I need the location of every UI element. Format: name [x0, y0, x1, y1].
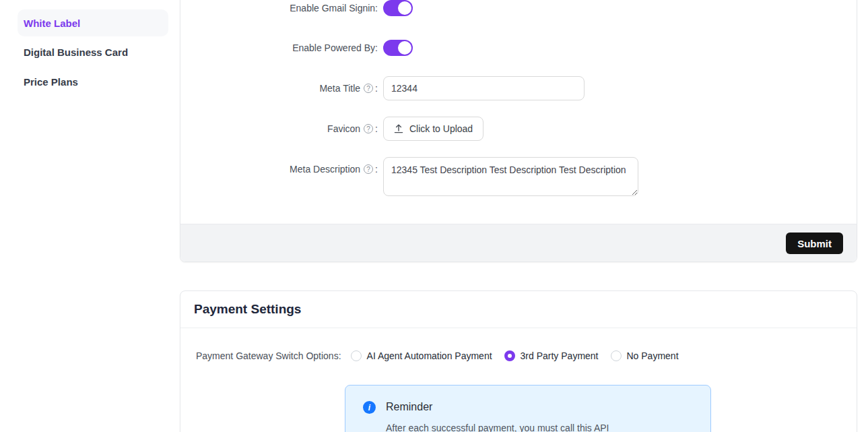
sidebar-item-label: Digital Business Card	[24, 47, 128, 58]
submit-button[interactable]: Submit	[786, 233, 843, 254]
enable-powered-by-toggle[interactable]	[383, 40, 413, 56]
meta-title-label: Meta Title ? :	[180, 83, 378, 94]
sidebar-item-price-plans[interactable]: Price Plans	[18, 68, 168, 95]
toggle-knob	[398, 41, 411, 55]
settings-sidebar: White Label Digital Business Card Price …	[0, 0, 175, 432]
label-colon: :	[375, 123, 378, 134]
meta-description-label: Meta Description ? :	[180, 157, 378, 181]
toggle-knob	[398, 1, 411, 15]
label-colon: :	[375, 83, 378, 94]
enable-powered-by-row: Enable Powered By:	[180, 40, 857, 56]
payment-settings-title: Payment Settings	[194, 302, 301, 317]
favicon-row: Favicon ? : Click to Upload	[180, 117, 857, 141]
enable-gmail-label: Enable Gmail Signin:	[180, 3, 378, 13]
sidebar-item-label: White Label	[24, 18, 80, 29]
meta-description-row: Meta Description ? : 12345 Test Descript…	[180, 157, 857, 196]
reminder-description: After each successful payment, you must …	[386, 423, 609, 432]
white-label-settings-page: White Label Digital Business Card Price …	[0, 0, 868, 432]
question-circle-icon[interactable]: ?	[364, 124, 373, 133]
sidebar-item-label: Price Plans	[24, 76, 78, 88]
payment-settings-card: Payment Settings Payment Gateway Switch …	[180, 290, 857, 432]
radio-unchecked-icon	[611, 350, 622, 361]
meta-title-input[interactable]	[383, 76, 585, 100]
question-circle-icon[interactable]: ?	[364, 84, 373, 93]
favicon-label: Favicon ? :	[180, 123, 378, 134]
payment-gateway-label: Payment Gateway Switch Options:	[196, 350, 341, 361]
sidebar-item-white-label[interactable]: White Label	[18, 9, 168, 36]
reminder-alert: i Reminder After each successful payment…	[345, 385, 711, 432]
radio-option-ai-agent-automation-payment[interactable]: AI Agent Automation Payment	[351, 350, 492, 361]
enable-gmail-toggle[interactable]	[383, 0, 413, 16]
enable-gmail-row: Enable Gmail Signin:	[180, 0, 857, 16]
payment-settings-header: Payment Settings	[180, 291, 857, 328]
upload-icon	[394, 124, 403, 133]
radio-option-no-payment[interactable]: No Payment	[611, 350, 679, 361]
meta-description-textarea[interactable]: 12345 Test Description Test Description …	[383, 157, 638, 196]
question-circle-icon[interactable]: ?	[364, 164, 373, 174]
favicon-upload-button[interactable]: Click to Upload	[383, 117, 483, 141]
radio-unchecked-icon	[351, 350, 362, 361]
enable-powered-by-label: Enable Powered By:	[180, 42, 378, 53]
radio-option-3rd-party-payment[interactable]: 3rd Party Payment	[504, 350, 599, 361]
upload-button-label: Click to Upload	[409, 123, 473, 134]
payment-gateway-radio-group: Payment Gateway Switch Options: AI Agent…	[196, 345, 691, 367]
reminder-title: Reminder	[386, 401, 432, 413]
white-label-form-card: Enable Gmail Signin: Enable Powered By: …	[180, 0, 857, 262]
radio-checked-icon	[504, 350, 515, 361]
label-colon: :	[375, 164, 378, 175]
sidebar-item-digital-business-card[interactable]: Digital Business Card	[18, 38, 168, 65]
meta-title-row: Meta Title ? :	[180, 76, 857, 100]
form-footer: Submit	[180, 224, 857, 261]
info-circle-icon: i	[363, 401, 376, 414]
